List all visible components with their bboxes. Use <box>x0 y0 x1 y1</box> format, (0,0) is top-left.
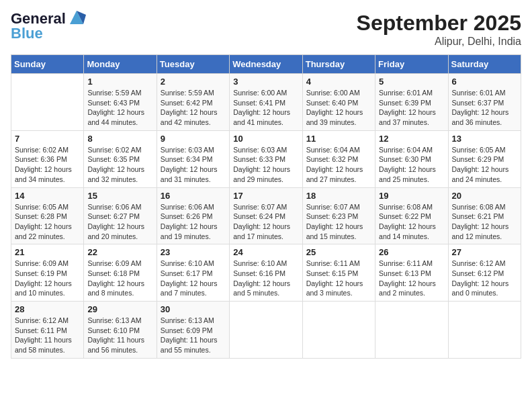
day-info: Sunrise: 6:10 AMSunset: 6:17 PMDaylight:… <box>161 259 226 298</box>
logo-icon <box>67 8 86 27</box>
calendar-week-row: 7Sunrise: 6:02 AMSunset: 6:36 PMDaylight… <box>11 130 521 187</box>
day-number: 3 <box>233 77 298 87</box>
day-number: 5 <box>379 77 444 87</box>
calendar-cell: 24Sunrise: 6:10 AMSunset: 6:16 PMDayligh… <box>230 244 302 302</box>
day-info: Sunrise: 6:12 AMSunset: 6:12 PMDaylight:… <box>452 259 517 298</box>
day-number: 22 <box>87 247 152 257</box>
day-info: Sunrise: 6:04 AMSunset: 6:32 PMDaylight:… <box>306 145 371 185</box>
day-info: Sunrise: 6:08 AMSunset: 6:21 PMDaylight:… <box>452 202 517 242</box>
calendar-week-row: 21Sunrise: 6:09 AMSunset: 6:19 PMDayligh… <box>11 244 521 302</box>
header-wednesday: Wednesday <box>230 55 302 74</box>
day-info: Sunrise: 6:02 AMSunset: 6:35 PMDaylight:… <box>87 145 152 185</box>
calendar-cell: 28Sunrise: 6:12 AMSunset: 6:11 PMDayligh… <box>11 302 84 359</box>
calendar-cell: 14Sunrise: 6:05 AMSunset: 6:28 PMDayligh… <box>11 187 84 244</box>
day-info: Sunrise: 6:13 AMSunset: 6:09 PMDaylight:… <box>161 316 226 355</box>
day-number: 23 <box>161 247 226 257</box>
day-number: 7 <box>15 134 80 144</box>
calendar-week-row: 1Sunrise: 5:59 AMSunset: 6:43 PMDaylight… <box>11 74 521 131</box>
logo-text-blue: Blue <box>11 26 43 42</box>
logo: General Blue <box>11 11 86 42</box>
calendar-cell: 18Sunrise: 6:07 AMSunset: 6:23 PMDayligh… <box>302 187 375 244</box>
day-info: Sunrise: 6:13 AMSunset: 6:10 PMDaylight:… <box>87 316 152 355</box>
calendar-cell: 27Sunrise: 6:12 AMSunset: 6:12 PMDayligh… <box>448 244 521 302</box>
day-info: Sunrise: 6:11 AMSunset: 6:13 PMDaylight:… <box>379 259 444 298</box>
calendar-cell <box>375 302 448 359</box>
day-info: Sunrise: 6:01 AMSunset: 6:37 PMDaylight:… <box>452 88 517 128</box>
day-info: Sunrise: 6:02 AMSunset: 6:36 PMDaylight:… <box>15 145 80 185</box>
header-friday: Friday <box>375 55 448 74</box>
calendar-header-row: SundayMondayTuesdayWednesdayThursdayFrid… <box>11 55 521 74</box>
calendar-cell: 3Sunrise: 6:00 AMSunset: 6:41 PMDaylight… <box>230 74 302 131</box>
calendar-cell: 17Sunrise: 6:07 AMSunset: 6:24 PMDayligh… <box>230 187 302 244</box>
calendar-cell: 13Sunrise: 6:05 AMSunset: 6:29 PMDayligh… <box>448 130 521 187</box>
calendar-cell: 5Sunrise: 6:01 AMSunset: 6:39 PMDaylight… <box>375 74 448 131</box>
day-number: 24 <box>233 247 298 257</box>
calendar-cell: 30Sunrise: 6:13 AMSunset: 6:09 PMDayligh… <box>157 302 229 359</box>
calendar-cell: 29Sunrise: 6:13 AMSunset: 6:10 PMDayligh… <box>84 302 157 359</box>
day-number: 8 <box>87 134 152 144</box>
day-info: Sunrise: 6:06 AMSunset: 6:27 PMDaylight:… <box>87 202 152 242</box>
calendar-cell <box>448 302 521 359</box>
day-info: Sunrise: 6:06 AMSunset: 6:26 PMDaylight:… <box>161 202 226 242</box>
day-number: 14 <box>15 191 80 201</box>
calendar-cell: 16Sunrise: 6:06 AMSunset: 6:26 PMDayligh… <box>157 187 229 244</box>
calendar-cell: 4Sunrise: 6:00 AMSunset: 6:40 PMDaylight… <box>302 74 375 131</box>
calendar-cell: 10Sunrise: 6:03 AMSunset: 6:33 PMDayligh… <box>230 130 302 187</box>
day-info: Sunrise: 6:01 AMSunset: 6:39 PMDaylight:… <box>379 88 444 128</box>
day-info: Sunrise: 5:59 AMSunset: 6:42 PMDaylight:… <box>161 88 226 128</box>
day-number: 17 <box>233 191 298 201</box>
day-info: Sunrise: 6:12 AMSunset: 6:11 PMDaylight:… <box>15 316 80 355</box>
calendar-cell: 2Sunrise: 5:59 AMSunset: 6:42 PMDaylight… <box>157 74 229 131</box>
calendar-cell <box>302 302 375 359</box>
day-number: 27 <box>452 247 517 257</box>
calendar-table: SundayMondayTuesdayWednesdayThursdayFrid… <box>11 54 521 359</box>
header-saturday: Saturday <box>448 55 521 74</box>
calendar-cell: 11Sunrise: 6:04 AMSunset: 6:32 PMDayligh… <box>302 130 375 187</box>
title-block: September 2025 Alipur, Delhi, India <box>357 11 521 48</box>
day-number: 28 <box>15 304 80 314</box>
day-number: 20 <box>452 191 517 201</box>
calendar-cell: 1Sunrise: 5:59 AMSunset: 6:43 PMDaylight… <box>84 74 157 131</box>
day-info: Sunrise: 5:59 AMSunset: 6:43 PMDaylight:… <box>87 88 152 128</box>
day-info: Sunrise: 6:05 AMSunset: 6:28 PMDaylight:… <box>15 202 80 242</box>
day-number: 10 <box>233 134 298 144</box>
calendar-cell <box>230 302 302 359</box>
day-info: Sunrise: 6:11 AMSunset: 6:15 PMDaylight:… <box>306 259 371 298</box>
calendar-cell <box>11 74 84 131</box>
day-info: Sunrise: 6:10 AMSunset: 6:16 PMDaylight:… <box>233 259 298 298</box>
calendar-cell: 15Sunrise: 6:06 AMSunset: 6:27 PMDayligh… <box>84 187 157 244</box>
day-info: Sunrise: 6:08 AMSunset: 6:22 PMDaylight:… <box>379 202 444 242</box>
header-thursday: Thursday <box>302 55 375 74</box>
calendar-cell: 23Sunrise: 6:10 AMSunset: 6:17 PMDayligh… <box>157 244 229 302</box>
day-number: 26 <box>379 247 444 257</box>
day-number: 25 <box>306 247 371 257</box>
day-number: 19 <box>379 191 444 201</box>
calendar-cell: 9Sunrise: 6:03 AMSunset: 6:34 PMDaylight… <box>157 130 229 187</box>
calendar-cell: 25Sunrise: 6:11 AMSunset: 6:15 PMDayligh… <box>302 244 375 302</box>
location-title: Alipur, Delhi, India <box>357 36 521 48</box>
calendar-week-row: 28Sunrise: 6:12 AMSunset: 6:11 PMDayligh… <box>11 302 521 359</box>
header-tuesday: Tuesday <box>157 55 229 74</box>
day-number: 1 <box>87 77 152 87</box>
day-info: Sunrise: 6:05 AMSunset: 6:29 PMDaylight:… <box>452 145 517 185</box>
header-sunday: Sunday <box>11 55 84 74</box>
day-number: 9 <box>161 134 226 144</box>
day-info: Sunrise: 6:07 AMSunset: 6:24 PMDaylight:… <box>233 202 298 242</box>
calendar-cell: 26Sunrise: 6:11 AMSunset: 6:13 PMDayligh… <box>375 244 448 302</box>
day-number: 21 <box>15 247 80 257</box>
calendar-cell: 8Sunrise: 6:02 AMSunset: 6:35 PMDaylight… <box>84 130 157 187</box>
day-number: 29 <box>87 304 152 314</box>
day-number: 13 <box>452 134 517 144</box>
day-number: 12 <box>379 134 444 144</box>
day-number: 30 <box>161 304 226 314</box>
day-number: 4 <box>306 77 371 87</box>
day-number: 15 <box>87 191 152 201</box>
header-monday: Monday <box>84 55 157 74</box>
day-info: Sunrise: 6:00 AMSunset: 6:40 PMDaylight:… <box>306 88 371 128</box>
calendar-cell: 7Sunrise: 6:02 AMSunset: 6:36 PMDaylight… <box>11 130 84 187</box>
calendar-cell: 20Sunrise: 6:08 AMSunset: 6:21 PMDayligh… <box>448 187 521 244</box>
day-number: 16 <box>161 191 226 201</box>
page-header: General Blue September 2025 Alipur, Delh… <box>11 11 521 48</box>
day-info: Sunrise: 6:03 AMSunset: 6:33 PMDaylight:… <box>233 145 298 185</box>
day-info: Sunrise: 6:00 AMSunset: 6:41 PMDaylight:… <box>233 88 298 128</box>
